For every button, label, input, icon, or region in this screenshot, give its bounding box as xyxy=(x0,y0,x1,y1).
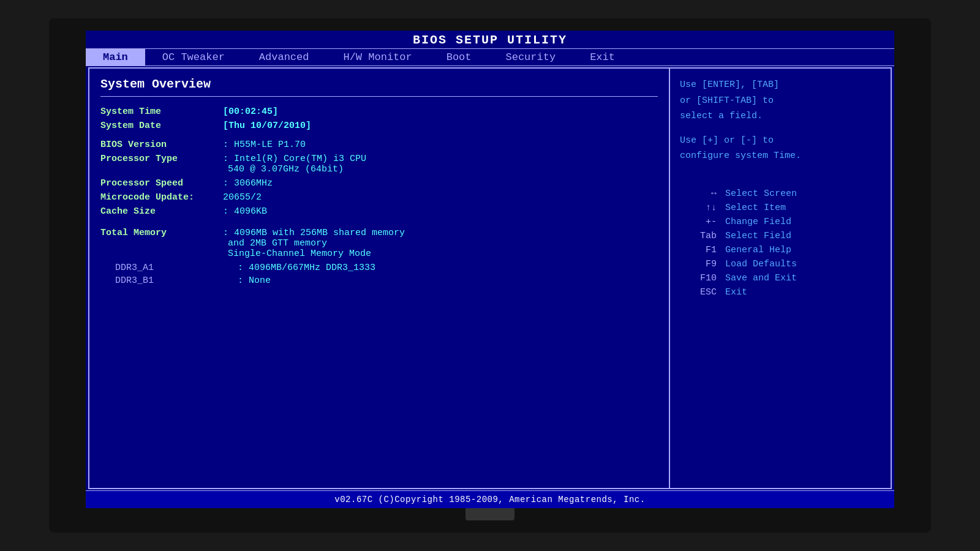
footer-text: v02.67C (C)Copyright 1985-2009, American… xyxy=(334,495,645,504)
total-memory-label: Total Memory xyxy=(100,228,223,259)
help-line5: Use [+] or [-] to xyxy=(680,133,881,149)
shortcut-load-defaults: F9 Load Defaults xyxy=(680,259,881,269)
section-divider xyxy=(100,96,658,97)
shortcut-select-screen: ↔ Select Screen xyxy=(680,189,881,199)
content-area: System Overview System Time [00:02:45] S… xyxy=(88,67,892,489)
shortcut-list: ↔ Select Screen ↑↓ Select Item +- Change… xyxy=(680,189,881,298)
menu-bar: Main OC Tweaker Advanced H/W Monitor Boo… xyxy=(86,48,894,66)
cache-size-row: Cache Size : 4096KB xyxy=(100,206,658,217)
help-text: Use [ENTER], [TAB] or [SHIFT-TAB] to sel… xyxy=(680,77,881,164)
shortcut-desc-change-field: Change Field xyxy=(725,217,791,227)
ddr3-b1-row: DDR3_B1 : None xyxy=(100,276,658,286)
left-panel: System Overview System Time [00:02:45] S… xyxy=(89,69,670,488)
right-panel: Use [ENTER], [TAB] or [SHIFT-TAB] to sel… xyxy=(670,69,891,488)
title-bar: BIOS SETUP UTILITY xyxy=(86,31,894,48)
system-time-value[interactable]: [00:02:45] xyxy=(223,107,278,117)
shortcut-general-help: F1 General Help xyxy=(680,245,881,255)
system-date-label: System Date xyxy=(100,121,223,131)
menu-item-hw-monitor[interactable]: H/W Monitor xyxy=(326,49,429,66)
processor-speed-label: Processor Speed xyxy=(100,178,223,189)
shortcut-save-exit: F10 Save and Exit xyxy=(680,273,881,283)
system-time-label: System Time xyxy=(100,107,223,117)
bios-title: BIOS SETUP UTILITY xyxy=(413,33,567,47)
shortcut-key-f10: F10 xyxy=(680,273,717,283)
section-title: System Overview xyxy=(100,77,658,91)
bios-version-label: BIOS Version xyxy=(100,140,223,150)
shortcut-desc-select-screen: Select Screen xyxy=(725,189,797,199)
ddr3-a1-row: DDR3_A1 : 4096MB/667MHz DDR3_1333 xyxy=(100,263,658,273)
processor-speed-row: Processor Speed : 3066MHz xyxy=(100,178,658,189)
menu-item-security[interactable]: Security xyxy=(489,49,573,66)
system-time-row: System Time [00:02:45] xyxy=(100,107,658,117)
total-memory-value2: and 2MB GTT memory xyxy=(228,238,405,249)
processor-speed-value: : 3066MHz xyxy=(223,178,273,189)
system-date-value[interactable]: [Thu 10/07/2010] xyxy=(223,121,311,131)
footer: v02.67C (C)Copyright 1985-2009, American… xyxy=(86,490,894,508)
processor-type-value: : Intel(R) Core(TM) i3 CPU 540 @ 3.07GHz… xyxy=(223,154,366,174)
system-date-row: System Date [Thu 10/07/2010] xyxy=(100,121,658,131)
shortcut-key-arrows: ↔ xyxy=(680,189,717,199)
total-memory-value1: : 4096MB with 256MB shared memory xyxy=(223,228,405,238)
shortcut-select-field: Tab Select Field xyxy=(680,231,881,241)
processor-type-label: Processor Type xyxy=(100,154,223,174)
shortcut-key-ud: ↑↓ xyxy=(680,203,717,213)
shortcut-key-f9: F9 xyxy=(680,259,717,269)
shortcut-desc-load-defaults: Load Defaults xyxy=(725,259,797,269)
help-line2: or [SHIFT-TAB] to xyxy=(680,93,881,109)
shortcut-esc: ESC Exit xyxy=(680,287,881,298)
screen-wrapper: BIOS SETUP UTILITY Main OC Tweaker Advan… xyxy=(86,31,894,508)
help-line3: select a field. xyxy=(680,108,881,124)
processor-type-value2: 540 @ 3.07GHz (64bit) xyxy=(228,164,366,174)
ddr3-a1-label: DDR3_A1 xyxy=(115,263,238,273)
monitor-bezel: BIOS SETUP UTILITY Main OC Tweaker Advan… xyxy=(49,18,931,533)
shortcut-desc-select-item: Select Item xyxy=(725,203,786,213)
processor-type-row: Processor Type : Intel(R) Core(TM) i3 CP… xyxy=(100,154,658,174)
time-date-group: System Time [00:02:45] System Date [Thu … xyxy=(100,107,658,131)
shortcut-key-plusminus: +- xyxy=(680,217,717,227)
total-memory-row: Total Memory : 4096MB with 256MB shared … xyxy=(100,228,658,259)
ddr3-b1-value: : None xyxy=(238,276,271,286)
shortcut-select-item: ↑↓ Select Item xyxy=(680,203,881,213)
total-memory-value: : 4096MB with 256MB shared memory and 2M… xyxy=(223,228,405,259)
cache-size-label: Cache Size xyxy=(100,206,223,217)
help-spacer xyxy=(680,124,881,133)
monitor-stand xyxy=(466,508,514,520)
menu-item-oc-tweaker[interactable]: OC Tweaker xyxy=(145,49,242,66)
microcode-label: Microcode Update: xyxy=(100,192,223,203)
processor-type-value1: : Intel(R) Core(TM) i3 CPU xyxy=(223,154,366,164)
shortcut-desc-esc: Exit xyxy=(725,287,747,298)
shortcut-desc-general-help: General Help xyxy=(725,245,791,255)
menu-item-advanced[interactable]: Advanced xyxy=(242,49,326,66)
shortcut-key-esc: ESC xyxy=(680,287,717,298)
help-line1: Use [ENTER], [TAB] xyxy=(680,77,881,93)
shortcut-change-field: +- Change Field xyxy=(680,217,881,227)
ddr3-a1-value: : 4096MB/667MHz DDR3_1333 xyxy=(238,263,375,273)
shortcut-key-tab: Tab xyxy=(680,231,717,241)
shortcut-desc-select-field: Select Field xyxy=(725,231,791,241)
total-memory-value3: Single-Channel Memory Mode xyxy=(228,249,405,259)
menu-item-main[interactable]: Main xyxy=(86,49,145,66)
help-line6: configure system Time. xyxy=(680,148,881,164)
bios-version-value: : H55M-LE P1.70 xyxy=(223,140,306,150)
ddr3-b1-label: DDR3_B1 xyxy=(115,276,238,286)
cache-size-value: : 4096KB xyxy=(223,206,267,217)
bios-version-row: BIOS Version : H55M-LE P1.70 xyxy=(100,140,658,150)
shortcut-key-f1: F1 xyxy=(680,245,717,255)
microcode-value: 20655/2 xyxy=(223,192,262,203)
menu-item-boot[interactable]: Boot xyxy=(429,49,489,66)
menu-item-exit[interactable]: Exit xyxy=(573,49,632,66)
shortcut-desc-save-exit: Save and Exit xyxy=(725,273,797,283)
screen: BIOS SETUP UTILITY Main OC Tweaker Advan… xyxy=(86,31,894,508)
microcode-row: Microcode Update: 20655/2 xyxy=(100,192,658,203)
